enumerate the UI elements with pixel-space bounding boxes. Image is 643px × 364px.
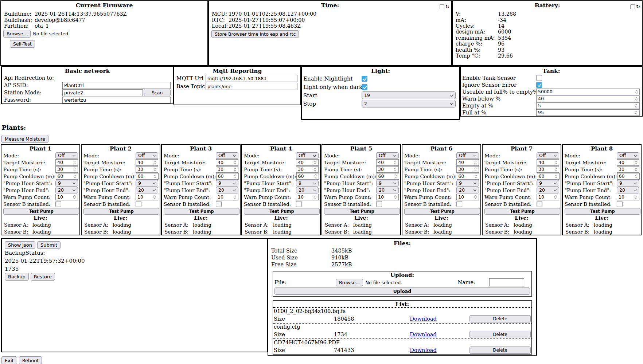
refresh-icon[interactable]: ↻ <box>636 4 640 9</box>
test-pump-button[interactable]: Test Pump <box>3 208 79 215</box>
pump-hour-start-select[interactable]: 9 <box>55 180 78 187</box>
pump-time-input[interactable]: 30 <box>55 166 78 173</box>
pump-hour-start-select[interactable]: 9 <box>537 180 559 187</box>
store-time-button[interactable]: Store Browser time into esp and rtc <box>211 30 299 38</box>
exit-button[interactable]: Exit <box>1 356 17 364</box>
ap-ssid-input[interactable]: PlantCtrl <box>62 82 171 89</box>
pump-hour-end-select[interactable]: 20 <box>617 187 639 193</box>
delete-button[interactable]: Delete <box>469 331 531 338</box>
test-pump-button[interactable]: Test Pump <box>244 208 320 215</box>
pump-time-input[interactable]: 30 <box>376 166 399 173</box>
sensor-b-installed-checkbox[interactable] <box>456 201 462 207</box>
warn-pump-count-input[interactable]: 10 <box>216 194 238 200</box>
warn-pump-count-input[interactable]: 10 <box>296 194 319 200</box>
pump-time-input[interactable]: 30 <box>216 166 238 173</box>
pump-cooldown-input[interactable]: 60 <box>457 173 479 180</box>
warn-pump-count-input[interactable]: 10 <box>456 194 479 200</box>
pump-hour-start-select[interactable]: 9 <box>136 180 158 187</box>
refresh-icon[interactable]: ↻ <box>445 4 449 9</box>
upload-name-input[interactable] <box>489 278 524 286</box>
test-pump-button[interactable]: Test Pump <box>324 208 400 215</box>
test-pump-button[interactable]: Test Pump <box>83 208 159 215</box>
light-stop-select[interactable]: 2 <box>362 100 456 107</box>
sensor-b-installed-checkbox[interactable] <box>136 201 141 207</box>
download-link[interactable]: Download <box>389 316 458 322</box>
sensor-b-installed-checkbox[interactable] <box>376 201 382 207</box>
pump-hour-start-select[interactable]: 9 <box>296 180 319 187</box>
warn-pump-count-input[interactable]: 10 <box>376 194 399 200</box>
delete-button[interactable]: Delete <box>469 315 531 322</box>
mode-select[interactable]: Off <box>136 152 158 159</box>
mode-select[interactable]: Off <box>55 152 78 159</box>
pump-cooldown-input[interactable]: 60 <box>537 173 560 180</box>
pump-hour-end-select[interactable]: 20 <box>136 187 158 193</box>
download-link[interactable]: Download <box>389 332 458 337</box>
target-moisture-input[interactable]: 40 <box>376 159 399 166</box>
ignore-sensor-error-checkbox[interactable] <box>536 82 542 88</box>
mode-select[interactable]: Off <box>296 152 319 159</box>
station-mode-input[interactable]: private2 <box>62 89 143 96</box>
pump-hour-end-select[interactable]: 20 <box>296 187 319 193</box>
pump-hour-end-select[interactable]: 20 <box>456 187 479 193</box>
target-moisture-input[interactable]: 40 <box>136 159 158 166</box>
pump-hour-end-select[interactable]: 20 <box>537 187 559 193</box>
warn-below-input[interactable]: 40 <box>536 95 640 102</box>
pump-time-input[interactable]: 30 <box>617 166 639 173</box>
mode-select[interactable]: Off <box>376 152 399 159</box>
pump-time-input[interactable]: 30 <box>296 166 319 173</box>
warn-pump-count-input[interactable]: 10 <box>537 194 559 200</box>
test-pump-button[interactable]: Test Pump <box>404 208 480 215</box>
sensor-b-installed-checkbox[interactable] <box>537 201 542 207</box>
download-link[interactable]: Download <box>389 347 458 353</box>
target-moisture-input[interactable]: 40 <box>617 159 639 166</box>
pump-cooldown-input[interactable]: 60 <box>377 173 399 180</box>
measure-moisture-button[interactable]: Measure Moisture <box>1 135 48 143</box>
backup-button[interactable]: Backup <box>5 273 29 281</box>
pump-hour-start-select[interactable]: 9 <box>617 180 639 187</box>
self-test-button[interactable]: Self-Test <box>10 40 35 48</box>
target-moisture-input[interactable]: 40 <box>296 159 319 166</box>
target-moisture-input[interactable]: 40 <box>55 159 78 166</box>
mode-select[interactable]: Off <box>216 152 238 159</box>
sensor-b-installed-checkbox[interactable] <box>216 201 222 207</box>
warn-pump-count-input[interactable]: 10 <box>55 194 78 200</box>
pump-cooldown-input[interactable]: 60 <box>216 173 239 180</box>
password-input[interactable]: wertertzu <box>62 97 171 103</box>
pump-hour-start-select[interactable]: 9 <box>216 180 238 187</box>
pump-hour-start-select[interactable]: 9 <box>456 180 479 187</box>
pump-hour-start-select[interactable]: 9 <box>376 180 399 187</box>
pump-time-input[interactable]: 30 <box>537 166 559 173</box>
time-refresh-checkbox[interactable] <box>440 4 444 9</box>
pump-cooldown-input[interactable]: 60 <box>617 173 640 180</box>
mode-select[interactable]: Off <box>617 152 639 159</box>
restore-button[interactable]: Restore <box>31 273 55 281</box>
test-pump-button[interactable]: Test Pump <box>484 208 560 215</box>
pump-hour-end-select[interactable]: 20 <box>376 187 399 193</box>
target-moisture-input[interactable]: 40 <box>216 159 238 166</box>
scan-button[interactable]: Scan <box>144 89 171 96</box>
target-moisture-input[interactable]: 40 <box>537 159 559 166</box>
useable-ml-input[interactable]: 50000 <box>536 89 640 95</box>
warn-pump-count-input[interactable]: 10 <box>136 194 158 200</box>
sensor-b-installed-checkbox[interactable] <box>55 201 61 207</box>
test-pump-button[interactable]: Test Pump <box>565 208 640 215</box>
enable-tank-sensor-checkbox[interactable] <box>536 75 542 81</box>
mode-select[interactable]: Off <box>456 152 479 159</box>
base-topic-input[interactable]: plants/one <box>206 83 297 90</box>
pump-hour-end-select[interactable]: 20 <box>216 187 238 193</box>
pump-cooldown-input[interactable]: 60 <box>136 173 159 180</box>
pump-cooldown-input[interactable]: 60 <box>56 173 78 180</box>
mode-select[interactable]: Off <box>537 152 559 159</box>
warn-pump-count-input[interactable]: 10 <box>617 194 639 200</box>
enable-nightlight-checkbox[interactable] <box>362 76 367 82</box>
pump-time-input[interactable]: 30 <box>136 166 158 173</box>
firmware-browse-button[interactable]: Browse... <box>3 30 31 38</box>
reboot-button[interactable]: Reboot <box>19 356 42 364</box>
test-pump-button[interactable]: Test Pump <box>164 208 239 215</box>
full-at-input[interactable]: 95 <box>536 109 640 116</box>
empty-at-input[interactable]: 5 <box>536 102 640 109</box>
pump-cooldown-input[interactable]: 60 <box>296 173 319 180</box>
delete-button[interactable]: Delete <box>469 347 531 354</box>
submit-button[interactable]: Submit <box>37 241 61 249</box>
mqtt-url-input[interactable]: mqtt://192.168.1.50:1883 <box>206 75 297 82</box>
